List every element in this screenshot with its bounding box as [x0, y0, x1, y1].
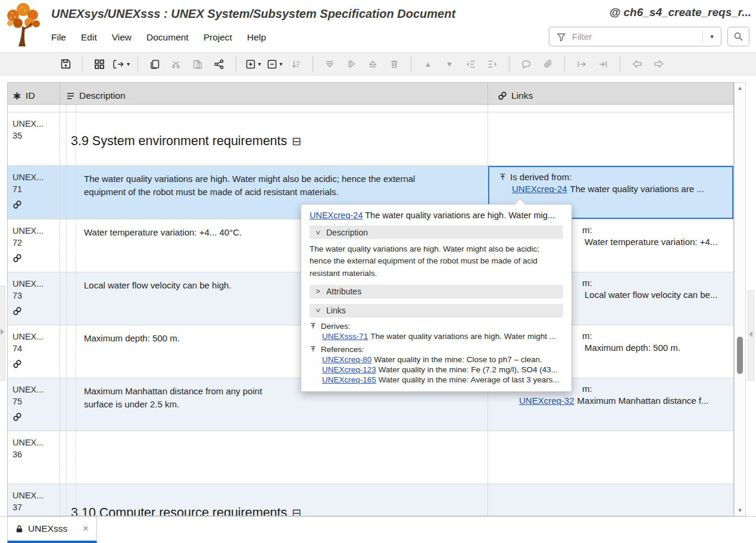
column-header-id[interactable]: ∗ ID — [8, 83, 60, 104]
tab-label: UNEXsss — [28, 523, 67, 534]
menu-file[interactable]: File — [51, 32, 66, 43]
grid-view-icon[interactable] — [90, 55, 108, 73]
has-links-icon — [13, 412, 22, 422]
description-cell[interactable]: 3.10 Computer resource requirements⊟ — [60, 484, 488, 516]
link-preview-text: The water quality variations are ... — [570, 184, 704, 194]
forward-icon[interactable] — [649, 55, 667, 73]
paste-icon[interactable] — [189, 55, 207, 73]
filter-funnel-icon — [557, 32, 566, 42]
lock-icon — [15, 525, 23, 533]
share-icon[interactable] — [210, 55, 228, 73]
move-first-icon[interactable] — [573, 55, 591, 73]
table-header-row: ∗ ID Description Links — [8, 83, 733, 105]
add-object-icon[interactable]: ▾ — [244, 55, 262, 73]
search-button[interactable] — [727, 27, 749, 46]
menu-project[interactable]: Project — [204, 32, 232, 43]
collapse-section-icon[interactable]: ⊟ — [292, 135, 301, 147]
description-cell[interactable] — [60, 431, 488, 484]
delete-icon[interactable] — [385, 55, 403, 73]
link-unexcreq-80[interactable]: UNEXcreq-80 — [322, 355, 371, 364]
eject-icon[interactable] — [364, 55, 382, 73]
scroll-up-icon[interactable]: ▲ — [735, 85, 745, 91]
comment-icon[interactable] — [517, 55, 535, 73]
filter-dropdown-caret-icon[interactable]: ▾ — [703, 33, 721, 40]
collapse-filter-icon[interactable] — [321, 55, 339, 73]
link-unexcreq-165[interactable]: UNEXcreq-165 — [322, 375, 376, 384]
right-panel-expand-handle[interactable] — [748, 290, 754, 381]
popup-section-attributes[interactable]: > Attributes — [310, 285, 563, 299]
id-cell[interactable]: UNEX...75 — [8, 378, 60, 431]
export-icon[interactable]: ▾ — [112, 55, 130, 73]
move-down-icon[interactable]: ▼ — [441, 55, 458, 73]
attachment-icon[interactable] — [539, 55, 557, 73]
vertical-scrollbar[interactable]: ▲ ▼ — [734, 82, 746, 516]
save-icon[interactable] — [57, 55, 74, 73]
links-relation-label: Is derived from: — [510, 172, 571, 182]
toolbar-separator — [411, 56, 411, 72]
indent-icon[interactable] — [483, 55, 501, 73]
has-links-icon — [13, 306, 22, 316]
popup-derives-group: Derives: UNEXsss-71The water quality var… — [310, 322, 563, 341]
menu-help[interactable]: Help — [247, 32, 266, 43]
expand-left-icon — [749, 331, 752, 337]
table-row-unex-36[interactable]: UNEX...36 — [8, 431, 733, 484]
id-cell[interactable]: UNEX...35 — [8, 112, 60, 165]
id-cell[interactable]: UNEX...37 — [8, 484, 60, 516]
id-cell[interactable]: UNEX...72 — [8, 219, 60, 272]
toolbar-separator — [620, 56, 620, 72]
toolbar: ▾ ▾ ▾ ▲ ▼ — [0, 52, 756, 76]
id-cell[interactable]: UNEX...74 — [8, 325, 60, 378]
copy-icon[interactable] — [146, 55, 164, 73]
table-row-unex-35[interactable]: UNEX...35 3.9 System environment require… — [8, 112, 733, 166]
filter-box[interactable]: ▾ — [549, 27, 721, 46]
tab-unexsss[interactable]: UNEXsss × — [7, 517, 97, 543]
toolbar-separator — [313, 56, 313, 72]
filter-input[interactable] — [572, 32, 702, 42]
id-cell[interactable]: UNEX...73 — [8, 272, 60, 325]
link-unexcreq-123[interactable]: UNEXcreq-123 — [322, 365, 376, 374]
popup-section-links[interactable]: > Links — [310, 304, 563, 318]
scroll-down-icon[interactable]: ▼ — [735, 507, 745, 513]
cut-icon[interactable] — [167, 55, 185, 73]
scrollbar-thumb[interactable] — [737, 337, 743, 374]
table-row-unex-37[interactable]: UNEX...37 3.10 Computer resource require… — [8, 484, 733, 516]
links-label-partial: m: — [582, 384, 729, 394]
column-header-description[interactable]: Description — [60, 83, 488, 104]
link-unexsss-71[interactable]: UNEXsss-71 — [322, 332, 368, 341]
sort-icon[interactable] — [287, 55, 305, 73]
has-links-icon — [13, 359, 22, 369]
popup-section-description[interactable]: > Description — [310, 225, 563, 239]
links-cell[interactable] — [488, 484, 733, 516]
remove-object-icon[interactable]: ▾ — [265, 55, 283, 73]
links-label-partial: m: — [582, 331, 729, 341]
toolbar-separator — [564, 56, 565, 72]
move-last-icon[interactable] — [594, 55, 612, 73]
description-cell[interactable]: 3.9 System environment requirements⊟ — [60, 112, 488, 165]
popup-header-link[interactable]: UNEXcreq-24 — [310, 211, 363, 220]
link-unexcreq-24[interactable]: UNEXcreq-24 — [512, 184, 567, 194]
column-header-links[interactable]: Links — [488, 83, 733, 104]
next-sibling-icon[interactable] — [342, 55, 360, 73]
links-cell[interactable] — [488, 112, 733, 165]
close-tab-icon[interactable]: × — [83, 523, 89, 535]
menu-bar: File Edit View Document Project Help — [51, 29, 281, 46]
back-icon[interactable] — [628, 55, 646, 73]
menu-document[interactable]: Document — [146, 32, 189, 43]
document-reference: @ ch6_s4_create_reqs_r... — [610, 6, 751, 19]
outdent-icon[interactable] — [462, 55, 480, 73]
collapse-section-icon[interactable]: ⊟ — [292, 507, 301, 516]
link-preview-text: Water temperature variation: +4... — [585, 237, 729, 247]
link-unexcreq-32[interactable]: UNEXcreq-32 — [519, 396, 574, 406]
id-cell[interactable]: UNEX...71 — [8, 166, 60, 219]
move-up-icon[interactable]: ▲ — [419, 55, 437, 73]
menu-view[interactable]: View — [112, 32, 132, 43]
reqview-app: UNEXsys/UNEXsss : UNEX System/Subsystem … — [0, 0, 756, 543]
links-label-partial: m: — [582, 278, 729, 288]
toolbar-separator — [82, 56, 83, 72]
has-links-icon — [13, 253, 22, 263]
table-row-partial — [8, 105, 733, 112]
links-cell[interactable] — [488, 431, 733, 484]
left-panel-expand-handle[interactable] — [0, 285, 5, 381]
menu-edit[interactable]: Edit — [81, 32, 97, 43]
id-cell[interactable]: UNEX...36 — [8, 431, 60, 484]
